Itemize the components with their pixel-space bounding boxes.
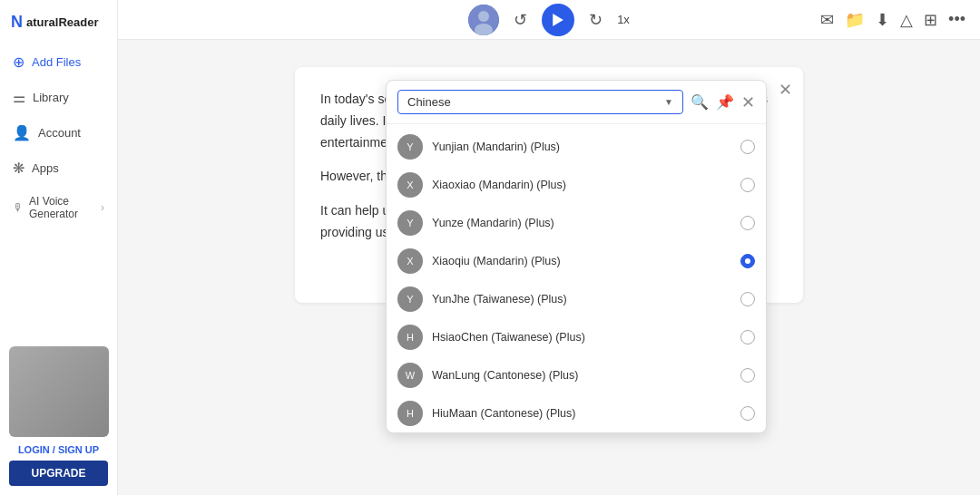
- ai-voice-icon: 🎙: [13, 201, 24, 214]
- panel-close-button[interactable]: ✕: [779, 76, 792, 104]
- voice-radio[interactable]: [740, 178, 755, 192]
- upgrade-button[interactable]: UPGRADE: [9, 461, 108, 486]
- voice-item[interactable]: WWanLung (Cantonese) (Plus): [387, 356, 766, 394]
- replay-icon[interactable]: ↺: [514, 10, 527, 30]
- content-area: ✕ In today's society, the internet has b…: [118, 40, 980, 495]
- email-icon[interactable]: ✉: [820, 10, 834, 30]
- voice-name: Yunjian (Mandarin) (Plus): [432, 141, 731, 153]
- play-button[interactable]: [542, 4, 574, 36]
- voice-radio[interactable]: [740, 368, 755, 383]
- folder-icon[interactable]: 📁: [845, 10, 865, 30]
- voice-avatar: X: [397, 248, 423, 274]
- sidebar-avatar: [9, 346, 109, 437]
- voice-avatar: Y: [397, 210, 423, 236]
- voice-item[interactable]: XXiaoxiao (Mandarin) (Plus): [387, 166, 766, 204]
- account-icon: 👤: [13, 124, 31, 141]
- voice-name: HsiaoChen (Taiwanese) (Plus): [432, 331, 731, 344]
- add-files-label: Add Files: [32, 55, 81, 69]
- topbar: ↺ ↻ 1x ✉ 📁 ⬇ △ ⊞ •••: [118, 0, 980, 40]
- voice-radio[interactable]: [740, 216, 755, 230]
- sidebar-item-library[interactable]: ⚌ Library: [0, 80, 117, 115]
- language-select[interactable]: Chinese ▼: [397, 90, 683, 114]
- voice-name: Yunze (Mandarin) (Plus): [432, 217, 731, 229]
- voice-avatar: Y: [397, 286, 423, 312]
- app-logo: NaturalReader: [0, 0, 109, 44]
- more-options-icon[interactable]: •••: [948, 10, 965, 29]
- login-link[interactable]: LOGIN / SIGN UP: [9, 444, 108, 455]
- sidebar-item-apps[interactable]: ❋ Apps: [0, 150, 117, 186]
- voice-avatar: H: [397, 401, 423, 426]
- topbar-avatar[interactable]: [468, 5, 499, 35]
- voice-radio[interactable]: [740, 330, 755, 345]
- topbar-right-icons: ✉ 📁 ⬇ △ ⊞ •••: [820, 10, 965, 30]
- dropdown-close-icon[interactable]: ✕: [741, 92, 755, 112]
- language-select-value: Chinese: [407, 95, 451, 109]
- voice-item[interactable]: HHiuMaan (Cantonese) (Plus): [387, 394, 766, 432]
- sidebar: NaturalReader ⊕ Add Files ⚌ Library 👤 Ac…: [0, 0, 118, 495]
- voice-radio[interactable]: [740, 140, 755, 154]
- apps-icon: ❋: [13, 160, 24, 177]
- svg-point-1: [478, 11, 489, 22]
- sidebar-item-ai-voice[interactable]: 🎙 AI Voice Generator ›: [0, 186, 117, 229]
- search-icon[interactable]: 🔍: [691, 93, 709, 111]
- voice-name: HiuMaan (Cantonese) (Plus): [432, 407, 731, 420]
- voice-name: WanLung (Cantonese) (Plus): [432, 369, 731, 382]
- pin-icon[interactable]: 📌: [716, 93, 734, 111]
- library-label: Library: [33, 91, 69, 104]
- voice-item[interactable]: YYunze (Mandarin) (Plus): [387, 204, 766, 242]
- apps-label: Apps: [32, 161, 59, 175]
- library-icon: ⚌: [13, 89, 25, 106]
- alert-icon[interactable]: △: [900, 10, 913, 30]
- voice-dropdown: Chinese ▼ 🔍 📌 ✕ YYunjian (Mandarin) (Plu…: [386, 80, 767, 433]
- add-circle-icon: ⊕: [13, 53, 24, 71]
- voice-item[interactable]: XXiaoqiu (Mandarin) (Plus): [387, 242, 766, 280]
- voice-item[interactable]: YYunjian (Mandarin) (Plus): [387, 128, 766, 166]
- ai-voice-label: AI Voice Generator: [29, 195, 101, 220]
- voice-name: YunJhe (Taiwanese) (Plus): [432, 293, 731, 306]
- logo-text: aturalReader: [26, 15, 98, 29]
- chevron-right-icon: ›: [101, 201, 104, 214]
- logo-n: N: [11, 13, 23, 32]
- dropdown-header: Chinese ▼ 🔍 📌 ✕: [387, 81, 766, 124]
- refresh-icon[interactable]: ↻: [589, 10, 603, 30]
- svg-marker-3: [553, 14, 564, 26]
- voice-name: Xiaoxiao (Mandarin) (Plus): [432, 179, 731, 191]
- voice-item[interactable]: HHsiaoChen (Taiwanese) (Plus): [387, 318, 766, 356]
- voice-radio[interactable]: [740, 254, 755, 268]
- voice-item[interactable]: YYunJhe (Taiwanese) (Plus): [387, 280, 766, 318]
- speed-label[interactable]: 1x: [617, 13, 630, 26]
- sidebar-bottom: LOGIN / SIGN UP UPGRADE: [0, 337, 117, 495]
- voice-radio[interactable]: [740, 406, 755, 421]
- voice-avatar: X: [397, 172, 423, 198]
- voice-avatar: W: [397, 363, 423, 388]
- sidebar-item-account[interactable]: 👤 Account: [0, 115, 117, 150]
- filter-icon[interactable]: ⊞: [924, 10, 937, 30]
- download-icon[interactable]: ⬇: [876, 10, 889, 30]
- voice-radio[interactable]: [740, 292, 755, 306]
- voice-avatar: H: [397, 325, 423, 350]
- voice-avatar: Y: [397, 134, 423, 160]
- main-area: ↺ ↻ 1x ✉ 📁 ⬇ △ ⊞ ••• ✕ In today's societ…: [118, 0, 980, 495]
- voice-list: YYunjian (Mandarin) (Plus)XXiaoxiao (Man…: [387, 124, 766, 432]
- ai-voice-left: 🎙 AI Voice Generator: [13, 195, 101, 220]
- voice-name: Xiaoqiu (Mandarin) (Plus): [432, 255, 731, 267]
- chevron-down-icon: ▼: [664, 97, 673, 107]
- account-label: Account: [38, 126, 81, 140]
- sidebar-item-add-files[interactable]: ⊕ Add Files: [0, 44, 117, 80]
